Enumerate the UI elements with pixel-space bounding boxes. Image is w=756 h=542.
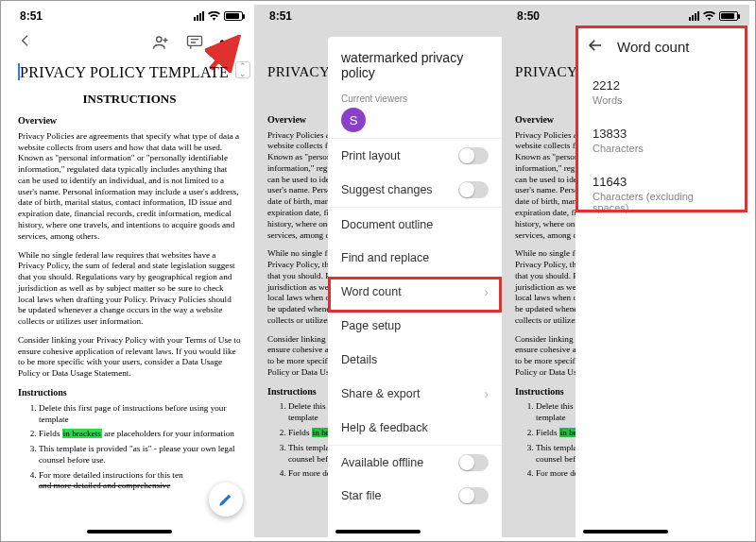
- back-button[interactable]: [18, 33, 33, 52]
- signal-icon: [194, 11, 204, 21]
- heading-instructions: INSTRUCTIONS: [18, 92, 241, 108]
- comment-icon: [185, 33, 204, 52]
- current-viewers-label: Current viewers: [341, 93, 502, 104]
- status-indicators: [194, 11, 243, 21]
- menu-find-replace[interactable]: Find and replace: [328, 241, 502, 275]
- menu-word-count[interactable]: Word count›: [328, 275, 502, 309]
- sheet-title: watermarked privacy policy: [328, 37, 502, 84]
- status-bar: 8:51: [5, 5, 254, 25]
- stat-characters-no-spaces: 11643 Characters (excluding spaces): [593, 163, 732, 223]
- list-item: For more detailed instructions for this …: [39, 470, 241, 493]
- panel-word-count: 8:50 PRIVACY POLICY TEMPLATE INSTRUCTION…: [502, 5, 749, 537]
- viewer-avatar[interactable]: S: [341, 108, 366, 132]
- battery-icon: [224, 11, 243, 21]
- svg-rect-1: [188, 36, 202, 45]
- menu-list: Print layout Suggest changes Document ou…: [328, 138, 502, 513]
- chevron-right-icon: ›: [484, 284, 489, 299]
- stat-words: 2212 Words: [593, 67, 732, 115]
- pencil-icon: [217, 491, 234, 508]
- person-add-icon: [151, 33, 170, 52]
- chevron-left-icon: [18, 33, 33, 48]
- list-item: This template is provided "as is" - plea…: [39, 444, 241, 466]
- toggle-off-icon[interactable]: [458, 181, 489, 198]
- heading-instr-list: Instructions: [18, 387, 241, 399]
- list-item: Delete this first page of instructions b…: [39, 403, 241, 426]
- menu-star-file[interactable]: Star file: [328, 479, 502, 513]
- overflow-menu-sheet: watermarked privacy policy Current viewe…: [328, 37, 502, 537]
- menu-suggest-changes[interactable]: Suggest changes: [328, 173, 502, 207]
- svg-point-0: [157, 37, 162, 42]
- toggle-off-icon[interactable]: [458, 147, 489, 164]
- paragraph: Consider linking your Privacy Policy wit…: [18, 335, 241, 380]
- menu-help-feedback[interactable]: Help & feedback: [328, 411, 502, 445]
- paragraph: Privacy Policies are agreements that spe…: [18, 131, 241, 243]
- word-count-sheet: Word count 2212 Words 13833 Characters 1…: [576, 25, 749, 537]
- menu-available-offline[interactable]: Available offline: [328, 445, 502, 479]
- word-count-stats: 2212 Words 13833 Characters 11643 Charac…: [576, 67, 749, 223]
- back-button[interactable]: [587, 37, 604, 57]
- menu-share-export[interactable]: Share & export›: [328, 377, 502, 411]
- panel-docs-view: 8:51 ••• PRIVACY POLICY TEMPLATE⌃⌄ IN: [5, 5, 254, 537]
- sheet-title: Word count: [617, 39, 689, 55]
- home-indicator: [87, 530, 172, 534]
- home-indicator: [335, 530, 421, 534]
- heading-overview: Overview: [18, 115, 241, 127]
- toggle-off-icon[interactable]: [458, 454, 489, 471]
- paragraph: While no single federal law requires tha…: [18, 250, 241, 328]
- home-indicator: [583, 530, 668, 534]
- chevron-right-icon: ›: [484, 386, 489, 401]
- panel-menu-open: 8:51 PRIVACY POLICY TEMPLATE INSTRUCTION…: [254, 5, 502, 537]
- highlighted-text: in brackets: [62, 429, 102, 438]
- comments-button[interactable]: [185, 33, 204, 52]
- edit-fab[interactable]: [209, 483, 243, 517]
- list-item: Fields in brackets are placeholders for …: [39, 429, 241, 440]
- document-body[interactable]: PRIVACY POLICY TEMPLATE⌃⌄ INSTRUCTIONS O…: [5, 59, 254, 492]
- add-person-button[interactable]: [151, 33, 170, 52]
- wifi-icon: [208, 11, 220, 21]
- doc-title[interactable]: PRIVACY POLICY TEMPLATE⌃⌄: [18, 63, 241, 82]
- status-time: 8:51: [20, 9, 43, 23]
- menu-details[interactable]: Details: [328, 343, 502, 377]
- toolbar: •••: [5, 25, 254, 59]
- menu-page-setup[interactable]: Page setup: [328, 309, 502, 343]
- toggle-off-icon[interactable]: [458, 487, 489, 504]
- drag-handle-icon[interactable]: ⌃⌄: [235, 61, 250, 78]
- menu-print-layout[interactable]: Print layout: [328, 139, 502, 173]
- arrow-left-icon: [587, 37, 604, 54]
- more-button[interactable]: •••: [219, 34, 241, 51]
- stat-characters: 13833 Characters: [593, 115, 732, 163]
- menu-document-outline[interactable]: Document outline: [328, 207, 502, 241]
- instructions-list: Delete this first page of instructions b…: [18, 403, 241, 492]
